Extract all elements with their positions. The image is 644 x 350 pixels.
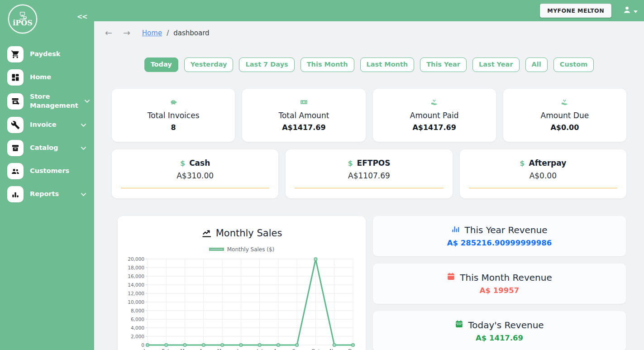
filter-custom-button[interactable]: Custom [553, 58, 594, 72]
filter-this-year-button[interactable]: This Year [420, 58, 467, 72]
bottom-section: Monthly Sales Monthly Sales ($) 02,0004,… [94, 216, 644, 350]
svg-text:6,000: 6,000 [131, 316, 144, 321]
stat-title: Amount Paid [410, 111, 459, 120]
breadcrumb-home-link[interactable]: Home [142, 29, 162, 37]
forward-arrow-button[interactable]: → [123, 29, 130, 37]
date-filter-group: Today Yesterday Last 7 Days This Month L… [94, 58, 644, 72]
filter-all-button[interactable]: All [525, 58, 548, 72]
pay-method-name: EFTPOS [357, 158, 391, 168]
stat-value: A$1417.69 [282, 123, 325, 132]
total-amount-card: Total Amount A$1417.69 [242, 89, 365, 142]
pay-value: A$1107.69 [348, 171, 390, 180]
rev-title: This Month Revenue [460, 272, 552, 283]
user-menu-button[interactable] [622, 5, 638, 16]
svg-text:18,000: 18,000 [128, 264, 144, 270]
dashboard-icon [7, 69, 24, 86]
pay-title: $ Cash [180, 158, 210, 168]
legend-swatch [209, 248, 224, 251]
dollar-icon: $ [180, 159, 185, 168]
chevron-down-icon [85, 100, 90, 103]
stat-title: Amount Due [541, 111, 589, 120]
filter-yesterday-button[interactable]: Yesterday [184, 58, 234, 72]
underline-divider [469, 188, 617, 188]
sidebar-item-customers[interactable]: Customers [6, 161, 90, 181]
svg-text:Nov: Nov [329, 348, 339, 350]
sidebar-item-invoice[interactable]: Invoice [6, 115, 90, 135]
stat-title: Total Invoices [148, 111, 200, 120]
svg-text:Mar: Mar [180, 348, 190, 350]
svg-text:4,000: 4,000 [131, 325, 144, 330]
sidebar-item-label: Invoice [30, 120, 75, 129]
afterpay-card: $ Afterpay A$0.00 [460, 149, 626, 198]
money-bill-icon [300, 98, 308, 108]
chart-legend: Monthly Sales ($) [126, 246, 358, 253]
chart-title-row: Monthly Sales [126, 228, 358, 239]
pay-title: $ EFTPOS [348, 158, 390, 168]
chevron-down-icon [81, 193, 86, 196]
svg-text:Oct: Oct [311, 348, 320, 350]
svg-text:Jan: Jan [143, 348, 152, 350]
logo-wrap: iPOS << [0, 0, 94, 40]
filter-last-7-days-button[interactable]: Last 7 Days [239, 58, 294, 72]
chart-plot-area: 02,0004,0006,0008,00010,00012,00014,0001… [126, 255, 358, 350]
filter-this-month-button[interactable]: This Month [301, 58, 354, 72]
svg-text:20,000: 20,000 [128, 256, 144, 261]
rev-title-row: This Year Revenue [451, 225, 547, 235]
amount-due-card: Amount Due A$0.00 [503, 89, 626, 142]
sidebar-collapse-button[interactable]: << [77, 13, 87, 21]
monthly-sales-card: Monthly Sales Monthly Sales ($) 02,0004,… [118, 216, 366, 350]
filter-today-button[interactable]: Today [144, 58, 178, 72]
svg-text:16,000: 16,000 [128, 273, 144, 278]
breadcrumb-current: dashboard [173, 29, 209, 37]
revenue-column: This Year Revenue A$ 285216.90999999986 … [373, 216, 626, 350]
rev-value: A$ 1417.69 [476, 334, 523, 342]
underline-divider [121, 188, 269, 188]
app-logo[interactable]: iPOS [8, 5, 37, 34]
svg-text:0: 0 [141, 342, 144, 347]
sidebar-item-label: Customers [30, 167, 89, 176]
dollar-icon: $ [348, 159, 353, 168]
sidebar-item-paydesk[interactable]: Paydesk [6, 44, 90, 64]
users-icon [7, 163, 24, 179]
breadcrumb: ← → Home / dashboard [94, 21, 644, 37]
filter-last-month-button[interactable]: Last Month [360, 58, 415, 72]
stat-value: 8 [171, 123, 176, 132]
sidebar-item-label: Reports [30, 190, 75, 199]
svg-text:Aug: Aug [273, 348, 283, 350]
calendar-icon [447, 272, 455, 283]
svg-text:Jun: Jun [237, 348, 245, 350]
sidebar-nav: Paydesk Home Store Management Invoice [0, 40, 94, 204]
caret-down-icon [634, 6, 638, 15]
sidebar-item-home[interactable]: Home [6, 67, 90, 87]
piggy-bank-icon [170, 98, 177, 108]
sidebar-item-catalog[interactable]: Catalog [6, 138, 90, 158]
line-chart-icon [201, 228, 212, 238]
topbar: MYFONE MELTON [0, 0, 644, 21]
this-month-revenue-card: This Month Revenue A$ 19957 [373, 264, 626, 304]
svg-text:Dec: Dec [348, 348, 356, 350]
sidebar-item-reports[interactable]: Reports [6, 184, 90, 204]
pay-method-name: Cash [189, 158, 210, 168]
stat-title: Total Amount [278, 111, 329, 120]
breadcrumb-separator: / [167, 29, 169, 37]
store-selector-button[interactable]: MYFONE MELTON [540, 4, 611, 18]
rev-title-row: This Month Revenue [447, 272, 552, 283]
svg-text:Feb: Feb [162, 348, 171, 350]
sidebar-item-store-management[interactable]: Store Management [6, 91, 90, 112]
stats-row: Total Invoices 8 Total Amount A$1417.69 … [94, 89, 644, 142]
legend-label: Monthly Sales ($) [227, 246, 275, 253]
calendar-days-icon [455, 320, 463, 331]
sidebar-item-label: Store Management [30, 92, 78, 110]
chart-title: Monthly Sales [216, 228, 282, 239]
payment-methods-row: $ Cash A$310.00 $ EFTPOS A$1107.69 $ Aft… [94, 149, 644, 198]
amount-paid-card: Amount Paid A$1417.69 [373, 89, 496, 142]
bar-chart-icon [7, 186, 24, 202]
logo-text: iPOS [13, 19, 33, 27]
back-arrow-button[interactable]: ← [105, 29, 112, 37]
sidebar: iPOS << Paydesk Home Store Management [0, 0, 94, 350]
filter-last-year-button[interactable]: Last Year [472, 58, 520, 72]
archive-box-icon [7, 140, 24, 156]
main-content: ← → Home / dashboard Today Yesterday Las… [94, 21, 644, 350]
topbar-right: MYFONE MELTON [540, 0, 638, 21]
sidebar-item-label: Paydesk [30, 50, 89, 59]
